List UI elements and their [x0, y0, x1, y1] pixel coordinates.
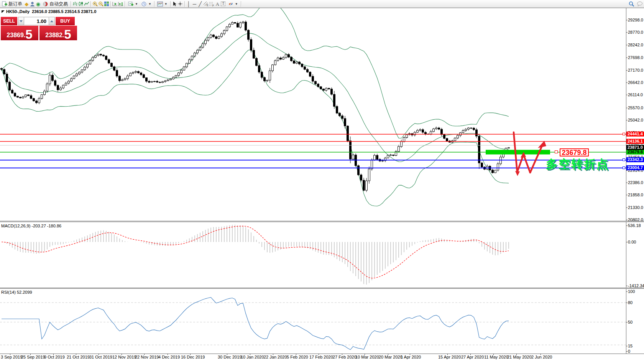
auto-scroll-icon[interactable] [112, 1, 118, 7]
toolbar-separator [90, 1, 91, 7]
toolbar: 新订单 ◆ ◉ 自动交易 [0, 0, 644, 8]
trendline-tool-icon[interactable]: ╱ [197, 1, 203, 7]
line-handle[interactable] [623, 158, 625, 161]
templates-button[interactable]: ▼ [156, 0, 169, 7]
macd-indicator-label: MACD(12,26,9) -203.27 -180.86 [1, 224, 61, 228]
date-label: 10 Jan 2020 [241, 355, 264, 359]
gold-icon[interactable]: ◆ [24, 1, 30, 7]
equidistant-channel-tool-icon[interactable]: E [203, 1, 209, 7]
date-tick [540, 354, 541, 355]
date-tick [410, 354, 410, 355]
line-chart-icon[interactable] [84, 1, 89, 7]
toolbar-separator [184, 1, 185, 7]
price-tick [626, 108, 628, 108]
price-tick-label: 21858.0 [628, 193, 643, 197]
buy-price-main: 23882. [45, 32, 64, 38]
bar-chart-icon[interactable] [72, 1, 78, 7]
clock-icon [141, 1, 147, 7]
new-chart-button[interactable]: ▼ [126, 0, 140, 7]
trend-arrow-line[interactable] [517, 155, 523, 172]
sell-button[interactable]: SELL [1, 17, 17, 25]
macd-tick [626, 242, 628, 242]
sell-price-display[interactable]: 23869.5 [1, 26, 38, 40]
search-icon[interactable] [629, 1, 634, 7]
macd-tick-label: 0.00 [628, 240, 636, 244]
date-tick [273, 354, 273, 355]
price-level-label[interactable]: 24136.1 [626, 139, 644, 144]
turning-point-annotation[interactable]: 多空转折点 [546, 156, 609, 172]
date-label: 27 Apr 2020 [461, 355, 484, 359]
line-handle[interactable] [623, 133, 625, 135]
price-tick-label: 21330.0 [628, 205, 643, 210]
date-tick [122, 354, 122, 355]
rsi-indicator-label: RSI(14) 52.2099 [1, 290, 32, 295]
auto-trading-button[interactable]: 自动交易 [41, 0, 69, 7]
price-tick [626, 183, 628, 183]
chart-profiles-button[interactable]: ▼ [140, 0, 153, 7]
line-handle[interactable] [623, 166, 625, 169]
price-label-handle[interactable] [555, 150, 558, 153]
date-label: 25 Sep 2019 [21, 355, 45, 359]
macd-panel[interactable] [0, 222, 626, 288]
price-tick [626, 58, 628, 58]
volume-increase-button[interactable] [49, 17, 55, 25]
fibo-letter: F [212, 4, 214, 7]
zone-price-label[interactable]: 23679.8 [560, 148, 589, 156]
date-tick [250, 354, 250, 355]
price-level-label[interactable]: 23342.3 [626, 157, 644, 162]
toolbar-separator [110, 1, 111, 7]
trend-arrow-line[interactable] [530, 145, 542, 173]
rsi-line [2, 297, 509, 349]
buy-button[interactable]: BUY [56, 17, 75, 25]
date-tick [319, 354, 319, 355]
price-level-label[interactable]: 24441.4 [626, 132, 644, 137]
date-tick [10, 354, 10, 355]
rsi-tick [626, 303, 628, 303]
buy-price-display[interactable]: 23882.5 [39, 26, 77, 40]
fibonacci-tool-icon[interactable]: F [209, 1, 215, 7]
new-order-button[interactable]: 新订单 [0, 0, 24, 7]
new-chart-icon [128, 1, 133, 7]
chart-region[interactable]: HK50-,Daily23616.0 23885.5 23514.5 23871… [0, 8, 644, 362]
dropdown-arrow-icon: ▼ [164, 2, 168, 6]
signal-icon[interactable]: ◉ [35, 1, 41, 7]
crosshair-icon[interactable] [177, 1, 183, 7]
vertical-line-tool-icon[interactable]: │ [186, 1, 192, 7]
volume-input[interactable] [24, 17, 49, 25]
date-tick [493, 354, 494, 355]
text-label-tool-icon[interactable]: T [220, 1, 226, 7]
main-price-chart[interactable] [0, 8, 626, 221]
price-level-label[interactable]: 23004.7 [626, 165, 644, 170]
new-order-label: 新订单 [8, 1, 22, 7]
price-tick-label: 27170.0 [628, 68, 643, 72]
date-label: 16 Dec 2019 [181, 355, 205, 359]
rsi-tick-label: 50 [628, 320, 632, 324]
volume-decrease-button[interactable] [18, 17, 24, 25]
chat-icon[interactable] [637, 1, 642, 7]
trend-arrow-line[interactable] [524, 155, 530, 173]
tile-windows-icon[interactable] [104, 1, 109, 7]
horizontal-line-tool-icon[interactable]: ─ [192, 1, 197, 7]
date-label: 20 Mar 2020 [379, 355, 402, 359]
profile-icon[interactable] [30, 1, 35, 7]
date-tick [53, 354, 54, 355]
new-order-icon [2, 1, 7, 7]
rsi-tick [626, 351, 628, 352]
date-label: 5 Feb 2020 [287, 355, 308, 359]
candlestick-chart-icon[interactable] [78, 1, 84, 7]
rsi-panel[interactable] [0, 289, 626, 354]
cursor-icon[interactable] [172, 1, 177, 7]
price-level-label[interactable]: 23679.8 [626, 150, 644, 155]
date-label: 31 Oct 2019 [89, 355, 112, 359]
text-tool-icon[interactable]: A [215, 1, 220, 7]
arrows-tool-button[interactable]: ▼ [226, 0, 240, 7]
date-label: 22 Nov 2019 [135, 355, 159, 359]
zoom-out-icon[interactable] [98, 1, 104, 7]
chart-shift-icon[interactable] [118, 1, 123, 7]
rsi-tick-label: 0 [628, 349, 630, 354]
sell-price-pips: 5 [25, 29, 32, 40]
price-tick-label: 28770.0 [628, 30, 643, 35]
zoom-in-icon[interactable] [92, 1, 98, 7]
macd-tick [626, 286, 628, 286]
toolbar-separator [170, 1, 171, 7]
